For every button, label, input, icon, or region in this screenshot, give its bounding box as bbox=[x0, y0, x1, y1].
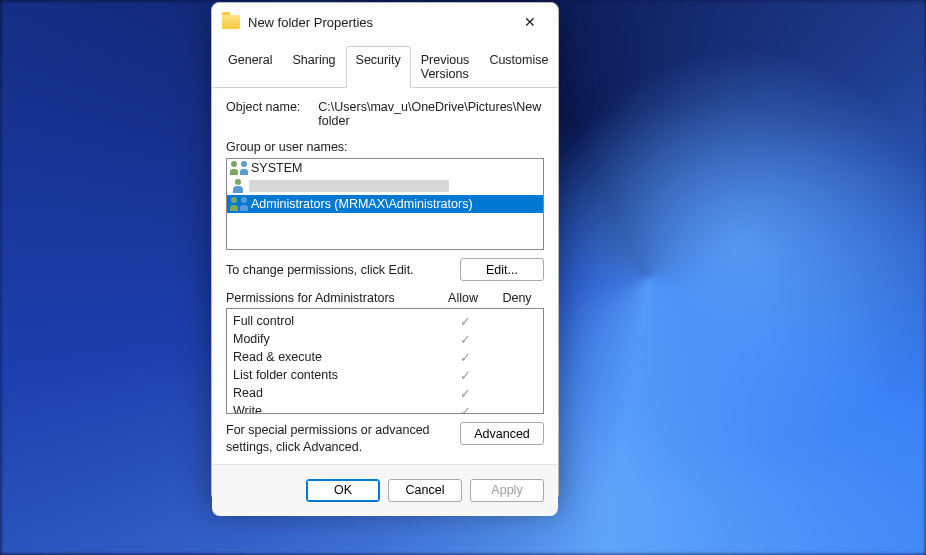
permission-name: List folder contents bbox=[233, 368, 441, 382]
special-permissions-row: For special permissions or advanced sett… bbox=[226, 422, 544, 456]
edit-hint: To change permissions, click Edit. bbox=[226, 263, 414, 277]
list-item-label bbox=[249, 180, 449, 192]
tab-customise[interactable]: Customise bbox=[479, 46, 558, 88]
tab-previous-versions[interactable]: Previous Versions bbox=[411, 46, 480, 88]
group-user-names-list[interactable]: SYSTEMAdministrators (MRMAX\Administrato… bbox=[226, 158, 544, 250]
permission-name: Full control bbox=[233, 314, 441, 328]
list-item-label: SYSTEM bbox=[251, 161, 302, 175]
tab-general[interactable]: General bbox=[218, 46, 282, 88]
close-button[interactable]: ✕ bbox=[512, 8, 548, 36]
list-item[interactable] bbox=[227, 177, 543, 195]
check-icon: ✓ bbox=[460, 332, 471, 347]
permission-row: Write✓ bbox=[233, 402, 537, 414]
permissions-header: Permissions for Administrators Allow Den… bbox=[226, 291, 544, 305]
tab-sharing[interactable]: Sharing bbox=[282, 46, 345, 88]
dialog-title: New folder Properties bbox=[248, 15, 512, 30]
permission-row: Full control✓ bbox=[233, 312, 537, 330]
permissions-list[interactable]: Full control✓Modify✓Read & execute✓List … bbox=[226, 308, 544, 414]
permission-name: Read bbox=[233, 386, 441, 400]
special-permissions-text: For special permissions or advanced sett… bbox=[226, 422, 450, 456]
permission-allow: ✓ bbox=[441, 386, 489, 401]
check-icon: ✓ bbox=[460, 314, 471, 329]
check-icon: ✓ bbox=[460, 368, 471, 383]
advanced-button[interactable]: Advanced bbox=[460, 422, 544, 445]
check-icon: ✓ bbox=[460, 404, 471, 415]
permission-name: Write bbox=[233, 404, 441, 414]
permission-allow: ✓ bbox=[441, 332, 489, 347]
group-names-label: Group or user names: bbox=[226, 140, 544, 154]
folder-icon bbox=[222, 15, 240, 29]
tab-body-security: Object name: C:\Users\mav_u\OneDrive\Pic… bbox=[212, 88, 558, 464]
list-item[interactable]: SYSTEM bbox=[227, 159, 543, 177]
cancel-button[interactable]: Cancel bbox=[388, 479, 462, 502]
object-name-label: Object name: bbox=[226, 100, 300, 128]
apply-button[interactable]: Apply bbox=[470, 479, 544, 502]
permission-allow: ✓ bbox=[441, 350, 489, 365]
permission-name: Read & execute bbox=[233, 350, 441, 364]
permission-allow: ✓ bbox=[441, 368, 489, 383]
users-icon bbox=[231, 161, 247, 175]
permission-allow: ✓ bbox=[441, 314, 489, 329]
ok-button[interactable]: OK bbox=[306, 479, 380, 502]
permission-name: Modify bbox=[233, 332, 441, 346]
permission-row: Modify✓ bbox=[233, 330, 537, 348]
tabstrip: General Sharing Security Previous Versio… bbox=[212, 45, 558, 88]
check-icon: ✓ bbox=[460, 386, 471, 401]
properties-dialog: New folder Properties ✕ General Sharing … bbox=[211, 2, 559, 502]
check-icon: ✓ bbox=[460, 350, 471, 365]
permission-row: Read✓ bbox=[233, 384, 537, 402]
col-allow: Allow bbox=[436, 291, 490, 305]
dialog-footer: OK Cancel Apply bbox=[212, 464, 558, 516]
object-name-value: C:\Users\mav_u\OneDrive\Pictures\New fol… bbox=[318, 100, 544, 128]
permission-row: Read & execute✓ bbox=[233, 348, 537, 366]
permission-row: List folder contents✓ bbox=[233, 366, 537, 384]
titlebar: New folder Properties ✕ bbox=[212, 3, 558, 41]
user-icon bbox=[231, 179, 245, 193]
edit-button[interactable]: Edit... bbox=[460, 258, 544, 281]
permission-allow: ✓ bbox=[441, 404, 489, 415]
tab-security[interactable]: Security bbox=[346, 46, 411, 88]
list-item[interactable]: Administrators (MRMAX\Administrators) bbox=[227, 195, 543, 213]
users-icon bbox=[231, 197, 247, 211]
col-deny: Deny bbox=[490, 291, 544, 305]
close-icon: ✕ bbox=[524, 14, 536, 30]
object-name-row: Object name: C:\Users\mav_u\OneDrive\Pic… bbox=[226, 100, 544, 128]
permissions-label: Permissions for Administrators bbox=[226, 291, 436, 305]
list-item-label: Administrators (MRMAX\Administrators) bbox=[251, 197, 473, 211]
edit-row: To change permissions, click Edit. Edit.… bbox=[226, 258, 544, 281]
